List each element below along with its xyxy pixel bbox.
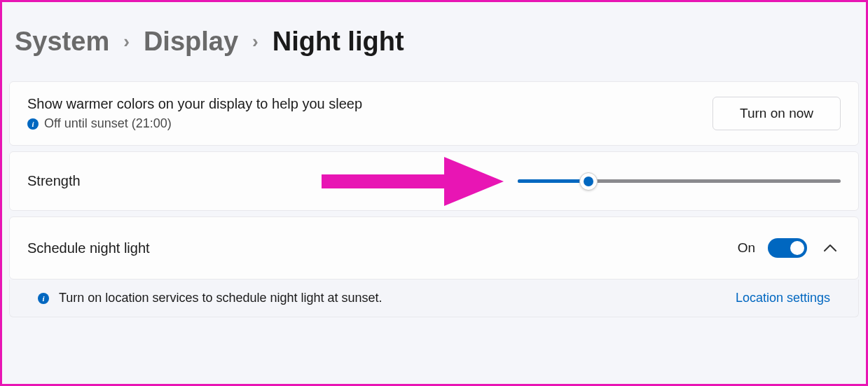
strength-label: Strength (27, 173, 308, 189)
status-text: Off until sunset (21:00) (44, 116, 172, 131)
description-text: Show warmer colors on your display to he… (27, 96, 362, 112)
slider-thumb-inner (584, 177, 593, 186)
schedule-controls: On (738, 238, 841, 258)
breadcrumb-display[interactable]: Display (144, 27, 238, 57)
chevron-right-icon: › (251, 31, 260, 53)
schedule-toggle[interactable] (768, 238, 807, 258)
status-row: i Off until sunset (21:00) (27, 116, 362, 131)
schedule-label: Schedule night light (27, 240, 150, 256)
night-light-header-panel: Show warmer colors on your display to he… (9, 81, 859, 146)
strength-panel: Strength (9, 151, 859, 211)
info-icon: i (38, 293, 49, 304)
breadcrumb: System › Display › Night light (2, 2, 866, 81)
chevron-up-icon[interactable] (820, 241, 841, 256)
annotation-arrow-icon (322, 153, 504, 209)
info-icon: i (27, 118, 39, 130)
description-block: Show warmer colors on your display to he… (27, 96, 362, 131)
turn-on-now-button[interactable]: Turn on now (712, 97, 841, 130)
location-notice-left: i Turn on location services to schedule … (38, 291, 383, 305)
slider-thumb[interactable] (579, 172, 598, 191)
location-notice-text: Turn on location services to schedule ni… (59, 291, 383, 305)
page-title: Night light (273, 27, 404, 57)
svg-marker-1 (444, 157, 504, 206)
location-settings-link[interactable]: Location settings (736, 291, 830, 305)
location-notice-panel: i Turn on location services to schedule … (9, 280, 859, 317)
svg-rect-0 (322, 174, 448, 188)
breadcrumb-system[interactable]: System (15, 27, 109, 57)
toggle-knob (790, 241, 804, 255)
schedule-panel: Schedule night light On (9, 216, 859, 280)
toggle-state-label: On (738, 240, 755, 256)
chevron-right-icon: › (122, 31, 131, 53)
slider-fill (518, 179, 588, 183)
strength-slider[interactable] (518, 174, 841, 188)
